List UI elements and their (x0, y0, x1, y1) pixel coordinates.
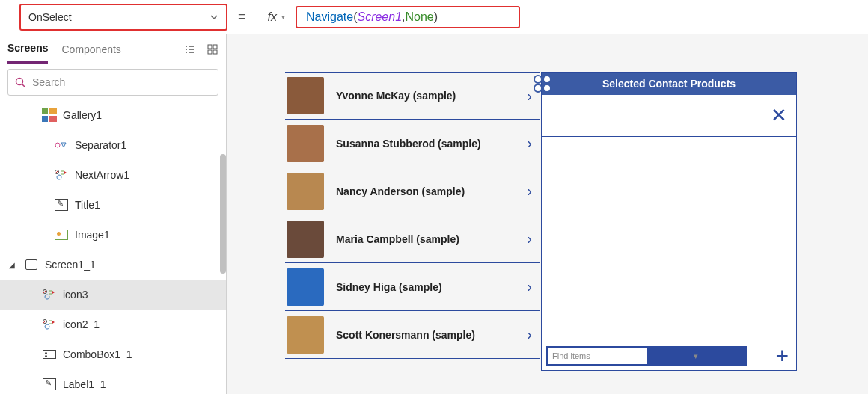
tree-item-label1-1[interactable]: Label1_1 (0, 369, 226, 394)
svg-point-6 (55, 143, 60, 147)
tree-label: Label1_1 (63, 378, 106, 390)
gallery-row[interactable]: Maria Campbell (sample)› (285, 215, 540, 263)
svg-point-11 (543, 76, 551, 83)
chevron-right-icon[interactable]: › (527, 87, 532, 105)
formula-fn-name: Navigate (306, 10, 353, 24)
tree-label: ComboBox1_1 (63, 348, 132, 360)
contact-name: Sidney Higa (sample) (336, 281, 515, 293)
tree: Gallery1 Separator1 NextArrow1 Title1 Im (0, 100, 226, 394)
contact-name: Maria Campbell (sample) (336, 233, 515, 245)
contacts-gallery[interactable]: Yvonne McKay (sample)›Susanna Stubberod … (285, 72, 540, 371)
equals-sign: = (235, 9, 249, 25)
avatar (287, 173, 324, 210)
chevron-right-icon[interactable]: › (527, 278, 532, 295)
svg-rect-3 (213, 50, 217, 54)
gallery-icon (42, 108, 57, 123)
formula-bar: OnSelect = fx ▾ Navigate ( Screen1 , Non… (0, 0, 868, 34)
tree-view-pane: Screens Components Gallery1 Separator1 (0, 34, 227, 394)
contact-name: Scott Konersmann (sample) (336, 329, 515, 341)
combobox-placeholder: Find items (548, 351, 647, 360)
selected-products-panel: Selected Contact Products ✕ Find items ▾… (541, 72, 797, 371)
tab-screens[interactable]: Screens (7, 34, 48, 64)
gallery-row[interactable]: Sidney Higa (sample)› (285, 263, 540, 311)
avatar (287, 316, 324, 354)
svg-rect-1 (213, 45, 217, 49)
tree-item-screen1-1[interactable]: ◢ Screen1_1 (0, 250, 226, 280)
tree-item-title1[interactable]: Title1 (0, 190, 226, 220)
search-box[interactable] (7, 69, 218, 96)
panel-body: Find items ▾ + (542, 137, 796, 370)
svg-line-5 (22, 84, 25, 87)
formula-paren-close: ) (434, 10, 438, 24)
svg-rect-0 (208, 45, 212, 49)
search-icon (14, 76, 26, 88)
screen-icon (24, 257, 39, 272)
svg-rect-2 (208, 50, 212, 54)
svg-point-12 (534, 84, 542, 92)
panel-title: Selected Contact Products (542, 73, 796, 95)
canvas[interactable]: Yvonne McKay (sample)›Susanna Stubberod … (227, 34, 868, 394)
tree-item-combobox1-1[interactable]: ComboBox1_1 (0, 339, 226, 369)
chevron-down-icon[interactable]: ▾ (281, 13, 285, 21)
avatar (287, 125, 324, 162)
label-icon (54, 197, 69, 212)
property-dropdown[interactable]: OnSelect (19, 4, 227, 31)
tree-item-gallery1[interactable]: Gallery1 (0, 100, 226, 130)
combobox-icon (42, 347, 57, 362)
tree-item-separator1[interactable]: Separator1 (0, 130, 226, 160)
icon-control-icon (42, 317, 57, 332)
contact-name: Susanna Stubberod (sample) (336, 138, 515, 150)
chevron-right-icon[interactable]: › (527, 326, 532, 343)
svg-point-4 (16, 79, 23, 85)
close-icon[interactable]: ✕ (771, 104, 787, 127)
chevron-down-icon: ◢ (9, 261, 18, 269)
tree-item-icon2-1[interactable]: icon2_1 (0, 310, 226, 339)
svg-point-10 (534, 76, 542, 83)
contact-name: Nancy Anderson (sample) (336, 185, 515, 197)
avatar (287, 221, 324, 258)
svg-point-13 (543, 84, 551, 92)
formula-arg2: None (406, 10, 434, 24)
tree-label: Title1 (75, 199, 100, 211)
separator-icon (54, 138, 69, 153)
gallery-row[interactable]: Yvonne McKay (sample)› (285, 72, 540, 120)
tree-item-nextarrow1[interactable]: NextArrow1 (0, 160, 226, 190)
tree-label: Screen1_1 (45, 259, 96, 271)
chevron-right-icon[interactable]: › (527, 182, 532, 200)
formula-input-wrap: fx ▾ Navigate ( Screen1 , None ) (257, 4, 520, 31)
tree-item-image1[interactable]: Image1 (0, 220, 226, 250)
tree-label: Separator1 (75, 139, 126, 151)
tree-label: NextArrow1 (75, 169, 129, 181)
chevron-down-icon: ▾ (647, 348, 745, 364)
tree-item-icon3[interactable]: icon3 (0, 280, 226, 310)
find-items-combobox[interactable]: Find items ▾ (546, 346, 747, 366)
add-icon[interactable]: + (775, 343, 789, 369)
tree-label: icon3 (63, 289, 88, 301)
tree-label: Image1 (75, 229, 110, 241)
chevron-right-icon[interactable]: › (527, 230, 532, 247)
app-preview: Yvonne McKay (sample)›Susanna Stubberod … (285, 72, 797, 371)
contact-name: Yvonne McKay (sample) (336, 90, 515, 102)
close-row: ✕ (542, 95, 796, 137)
tree-label: icon2_1 (63, 318, 100, 330)
selection-handles-icon (533, 74, 552, 93)
grid-view-icon[interactable] (207, 43, 218, 55)
formula-arg1: Screen1 (357, 10, 402, 24)
tree-tabs: Screens Components (0, 34, 226, 64)
property-name: OnSelect (28, 11, 210, 23)
avatar (287, 268, 324, 306)
search-input[interactable] (32, 76, 212, 88)
icon-control-icon (54, 167, 69, 182)
list-view-icon[interactable] (184, 43, 196, 55)
gallery-row[interactable]: Nancy Anderson (sample)› (285, 167, 540, 215)
image-icon (54, 227, 69, 242)
gallery-row[interactable]: Susanna Stubberod (sample)› (285, 120, 540, 167)
tab-components[interactable]: Components (61, 34, 120, 64)
formula-input[interactable]: Navigate ( Screen1 , None ) (296, 6, 520, 28)
gallery-row[interactable]: Scott Konersmann (sample)› (285, 311, 540, 359)
scrollbar[interactable] (220, 154, 226, 274)
fx-label: fx (268, 10, 277, 24)
tree-label: Gallery1 (63, 109, 102, 121)
chevron-right-icon[interactable]: › (527, 135, 532, 152)
icon-control-icon (42, 287, 57, 302)
